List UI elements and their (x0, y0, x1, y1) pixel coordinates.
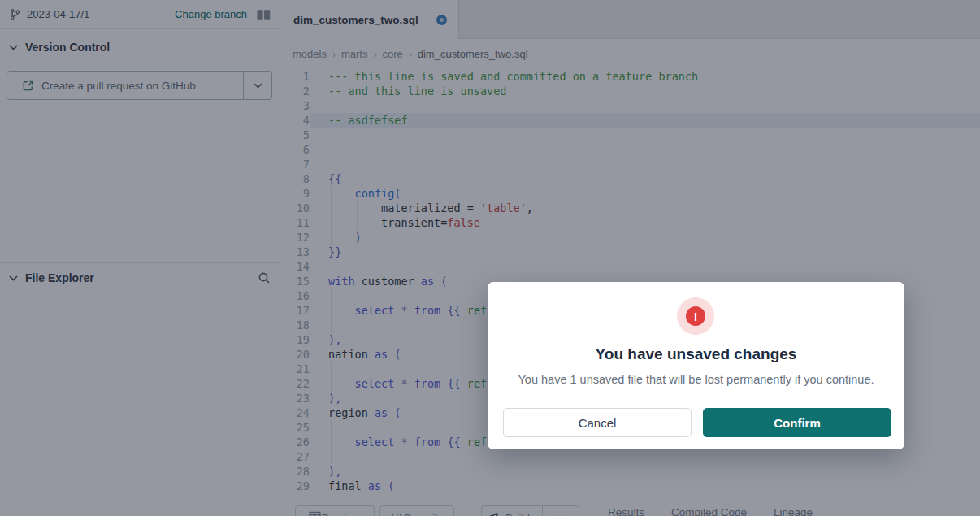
confirm-button[interactable]: Confirm (703, 408, 891, 437)
cancel-button[interactable]: Cancel (503, 408, 692, 437)
modal-body: You have 1 unsaved file that will be los… (488, 373, 904, 386)
error-icon: ! (686, 306, 705, 326)
modal-title: You have unsaved changes (488, 345, 904, 363)
error-icon-halo: ! (677, 297, 714, 335)
dbt-cloud-ide: 2023-04-17/1 Change branch Version Contr… (0, 0, 980, 516)
unsaved-changes-modal: ! You have unsaved changes You have 1 un… (488, 282, 904, 449)
